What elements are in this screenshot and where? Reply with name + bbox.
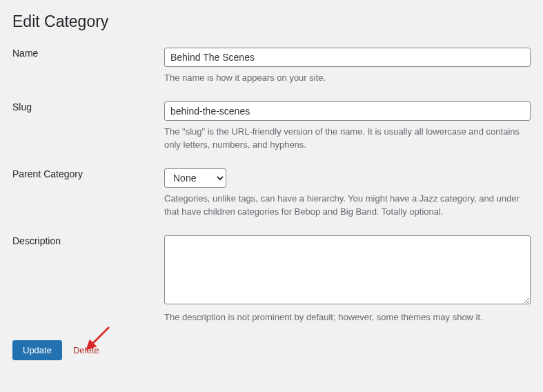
slug-help: The "slug" is the URL-friendly version o… [164, 125, 531, 152]
slug-label: Slug [12, 101, 32, 112]
parent-help: Categories, unlike tags, can have a hier… [164, 192, 531, 219]
parent-select[interactable]: None [164, 168, 226, 188]
update-button[interactable]: Update [12, 340, 62, 360]
name-label: Name [12, 48, 38, 59]
parent-label: Parent Category [12, 168, 83, 179]
description-help: The description is not prominent by defa… [164, 311, 531, 324]
delete-link[interactable]: Delete [73, 345, 99, 355]
name-help: The name is how it appears on your site. [164, 71, 531, 85]
name-input[interactable] [164, 48, 531, 67]
description-textarea[interactable] [164, 235, 531, 304]
description-label: Description [12, 235, 61, 246]
slug-input[interactable] [164, 101, 531, 121]
page-title: Edit Category [12, 12, 531, 31]
